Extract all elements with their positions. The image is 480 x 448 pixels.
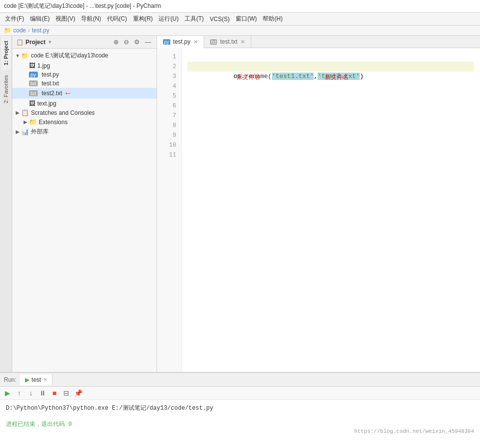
tab-testtxt[interactable]: txt test.txt ✕ (204, 36, 251, 48)
run-tab-test[interactable]: ▶ test ✕ (20, 374, 52, 385)
menu-help[interactable]: 帮助(H) (260, 14, 286, 24)
menu-run[interactable]: 运行(U) (156, 14, 182, 24)
run-label: Run: (4, 376, 16, 383)
content-area: 1: Project 2: Favorites 📋 Project ▾ ⊕ ⊖ … (0, 36, 480, 372)
sidebar-header: 📋 Project ▾ ⊕ ⊖ ⚙ — (12, 36, 157, 49)
txt-icon-1: txt (29, 80, 38, 86)
code-content[interactable]: import os os.rename('test1.txt','test2.t… (182, 48, 480, 372)
menu-tools[interactable]: 工具(T) (182, 14, 207, 24)
run-exit-message: 进程已结束，退出代码 0 (6, 420, 474, 428)
title-bar: code [E:\测试笔记\day13\code] - ...\test.py … (0, 0, 480, 13)
tree-label-scratches: Scratches and Consoles (31, 109, 95, 116)
strip-tab-favorites[interactable]: 2: Favorites (1, 70, 11, 108)
code-line-11 (187, 152, 474, 162)
line-num-3: 3 (157, 72, 181, 81)
annotation-original: 原文件名 (237, 72, 260, 83)
run-command: D:\Python\Python37\python.exe E:/测试笔记/da… (6, 404, 474, 412)
tree-item-extensions[interactable]: ▶ 📁 Extensions (12, 117, 157, 127)
breadcrumb-sep: › (28, 27, 30, 34)
annotation-new: 新文件名 (325, 72, 348, 83)
code-line-2: os.rename('test1.txt','test2.txt') (187, 62, 474, 72)
title-text: code [E:\测试笔记\day13\code] - ...\test.py … (4, 2, 161, 10)
breadcrumb-file[interactable]: test.py (32, 27, 49, 34)
menu-navigate[interactable]: 导航(N) (78, 14, 104, 24)
sidebar-delete-icon[interactable]: ⊖ (122, 38, 131, 46)
line-num-8: 8 (157, 121, 181, 131)
strip-tab-project[interactable]: 1: Project (1, 36, 11, 70)
editor-area: py test.py ✕ txt test.txt ✕ 1 2 3 4 5 (157, 36, 480, 372)
line-num-6: 6 (157, 101, 181, 111)
run-pin-button[interactable]: 📌 (73, 388, 83, 398)
sidebar-new-icon[interactable]: ⊕ (112, 38, 120, 46)
tree-item-extlib[interactable]: ▶ 📊 外部库 (12, 127, 157, 137)
tab-testpy-label: test.py (173, 38, 190, 45)
tree-item-testpy[interactable]: py test.py (12, 70, 157, 79)
tab-testpy[interactable]: py test.py ✕ (157, 36, 204, 48)
line-numbers: 1 2 3 4 5 6 7 8 9 10 11 (157, 48, 182, 372)
tab-py-icon: py (163, 39, 170, 45)
menu-code[interactable]: 代码(C) (104, 14, 130, 24)
run-play-button[interactable]: ▶ (2, 388, 13, 398)
tree-item-code-root[interactable]: ▼ 📁 code E:\测试笔记\day13\code (12, 51, 157, 61)
tab-txt-icon: txt (210, 39, 217, 45)
breadcrumb-code[interactable]: code (13, 27, 26, 34)
run-scroll-up-button[interactable]: ↑ (14, 388, 25, 398)
tree-arrow-extensions: ▶ (22, 119, 29, 125)
line-num-4: 4 (157, 81, 181, 91)
line-num-10: 10 (157, 140, 181, 150)
tree-label-extensions: Extensions (39, 119, 68, 126)
line-num-7: 7 (157, 111, 181, 121)
tree-label-1jpg: 1.jpg (37, 62, 50, 69)
tree-item-1jpg[interactable]: 🖼 1.jpg (12, 61, 157, 70)
code-line-6 (187, 103, 474, 113)
lib-icon: 📊 (21, 128, 29, 135)
line-num-9: 9 (157, 131, 181, 140)
run-stop-button[interactable]: ■ (49, 388, 60, 398)
menu-view[interactable]: 视图(V) (53, 14, 78, 24)
menu-bar: 文件(F) 编辑(E) 视图(V) 导航(N) 代码(C) 重构(R) 运行(U… (0, 13, 480, 26)
project-sidebar: 📋 Project ▾ ⊕ ⊖ ⚙ — ▼ 📁 code E:\测试笔记\day… (12, 36, 157, 372)
line-num-1: 1 (157, 52, 181, 62)
extensions-icon: 📁 (29, 118, 37, 126)
run-toolbar: ▶ ↑ ↓ ⏸ ■ ⊟ 📌 (0, 387, 480, 400)
run-tab-icon: ▶ (25, 376, 29, 383)
menu-refactor[interactable]: 重构(R) (130, 14, 156, 24)
tab-testtxt-label: test.txt (220, 38, 237, 45)
main-layout: 1: Project 2: Favorites 📋 Project ▾ ⊕ ⊖ … (0, 36, 480, 448)
folder-icon: 📁 (21, 52, 29, 59)
code-editor[interactable]: 1 2 3 4 5 6 7 8 9 10 11 import os (157, 48, 480, 372)
project-header-label: 📋 Project ▾ (16, 39, 51, 46)
txt-icon-2: txt (29, 90, 38, 96)
run-pause-button[interactable]: ⏸ (37, 388, 48, 398)
tab-testtxt-close[interactable]: ✕ (240, 39, 245, 45)
tree-item-scratches[interactable]: ▶ 📋 Scratches and Consoles (12, 108, 157, 117)
jpg-icon-1: 🖼 (29, 62, 35, 69)
left-panel-strip: 1: Project 2: Favorites (0, 36, 12, 372)
menu-edit[interactable]: 编辑(E) (27, 14, 53, 24)
breadcrumb: 📁 code › test.py (0, 26, 480, 36)
menu-vcs[interactable]: VCS(S) (207, 15, 233, 24)
code-line-5 (187, 93, 474, 103)
sidebar-collapse-icon[interactable]: — (143, 38, 153, 46)
run-tab-close[interactable]: ✕ (43, 377, 47, 382)
sidebar-settings-icon[interactable]: ⚙ (133, 38, 141, 46)
tree-item-testtxt[interactable]: txt test.txt (12, 79, 157, 88)
code-line-4 (187, 83, 474, 93)
tree-item-textjpg[interactable]: 🖼 text.jpg (12, 99, 157, 108)
project-dropdown-icon[interactable]: ▾ (49, 39, 51, 45)
project-label: Project (26, 39, 46, 46)
code-line-10 (187, 142, 474, 152)
run-scroll-down-button[interactable]: ↓ (26, 388, 36, 398)
annotation-row: 原文件名 新文件名 (187, 72, 474, 83)
run-panel: Run: ▶ test ✕ ▶ ↑ ↓ ⏸ ■ ⊟ 📌 D:\Python\Py… (0, 372, 480, 448)
menu-file[interactable]: 文件(F) (2, 14, 27, 24)
run-output: D:\Python\Python37\python.exe E:/测试笔记/da… (0, 400, 480, 448)
code-line-1: import os (187, 52, 474, 62)
run-settings-button[interactable]: ⊟ (61, 388, 72, 398)
tab-testpy-close[interactable]: ✕ (193, 39, 198, 45)
menu-window[interactable]: 窗口(W) (233, 14, 260, 24)
run-tab-test-label: test (31, 376, 41, 383)
tree-item-test2txt[interactable]: txt test2.txt ← (12, 88, 157, 99)
run-tab-bar: Run: ▶ test ✕ (0, 373, 480, 387)
line-num-5: 5 (157, 91, 181, 101)
